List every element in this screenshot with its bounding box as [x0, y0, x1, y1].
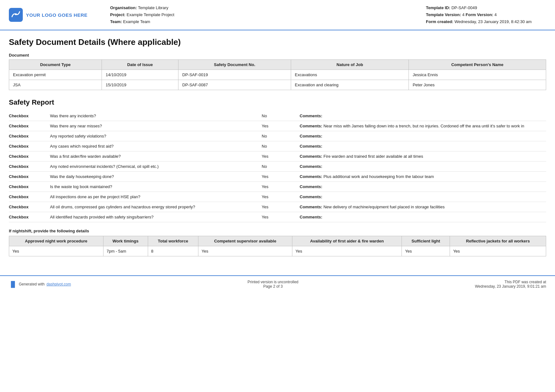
project-line: Project: Example Template Project [110, 11, 426, 18]
form-version-label: Form Version: [466, 12, 493, 17]
checkbox-question: All oil drums, compressed gas cylinders … [50, 205, 262, 209]
checkbox-row: Checkbox Any noted environmental inciden… [9, 162, 546, 172]
col-document-type: Document Type [9, 60, 102, 70]
doc-table-cell: 14/10/2019 [102, 70, 178, 80]
checkbox-answer: Yes [262, 184, 300, 189]
night-col-header: Sufficient light [402, 236, 450, 246]
checkbox-comments: Comments: [300, 134, 546, 138]
header-center: Organisation: Template Library Project: … [97, 4, 426, 25]
night-table-row: Yes7pm - 5am8YesYesYesYes [9, 246, 546, 256]
doc-table-cell: Peter Jones [409, 80, 546, 90]
checkbox-comments: Comments: New delivery of machine/equipm… [300, 205, 546, 209]
checkbox-question: Was there any near misses? [50, 124, 262, 128]
logo-icon [9, 8, 23, 22]
footer-right-date: Wednesday, 23 January 2019, 9:01:21 am [475, 284, 546, 289]
checkbox-question: Was there any incidents? [50, 113, 262, 118]
checkbox-row: Checkbox Is the waste log book maintaine… [9, 182, 546, 192]
template-version-value: 4 [462, 12, 465, 17]
bars-icon: ▐▌ [9, 281, 17, 288]
checkbox-comments: Comments: [300, 164, 546, 169]
col-competent-person: Competent Person's Name [409, 60, 546, 70]
night-col-header: Availability of first aider & fire warde… [292, 236, 402, 246]
doc-table-cell: DP-SAF-0019 [178, 70, 291, 80]
org-line: Organisation: Template Library [110, 4, 426, 11]
checkbox-row: Checkbox Was there any near misses? Yes … [9, 121, 546, 131]
safety-report-title: Safety Report [9, 98, 546, 107]
checkbox-label: Checkbox [9, 184, 50, 189]
checkbox-row: Checkbox Was a first aider/fire warden a… [9, 151, 546, 162]
doc-table-cell: Jessica Ennis [409, 70, 546, 80]
checkbox-answer: No [262, 134, 300, 138]
team-value: Example Team [123, 19, 150, 24]
checkbox-comments: Comments: Plus additional work and house… [300, 174, 546, 179]
checkbox-label: Checkbox [9, 215, 50, 219]
checkbox-answer: Yes [262, 194, 300, 199]
checkbox-section: Checkbox Was there any incidents? No Com… [9, 111, 546, 222]
template-id-line: Template ID: DP-SAF-0049 [426, 4, 546, 11]
page-title: Safety Document Details (Where applicabl… [9, 37, 546, 47]
night-col-header: Reflective jackets for all workers [450, 236, 546, 246]
night-table-cell: 8 [148, 246, 198, 256]
svg-point-1 [15, 13, 17, 15]
night-table-cell: Yes [9, 246, 103, 256]
footer: ▐▌ Generated with dashpivot.com Printed … [0, 275, 555, 292]
header: YOUR LOGO GOES HERE Organisation: Templa… [0, 0, 555, 30]
night-col-header: Competent supervisor available [198, 236, 292, 246]
nightshift-table: Approved night work procedureWork timing… [9, 236, 546, 256]
checkbox-question: Any reported safety violations? [50, 134, 262, 138]
form-created-line: Form created: Wednesday, 23 January 2019… [426, 18, 546, 25]
team-label: Team: [110, 19, 122, 24]
doc-table-cell: Excavations [291, 70, 408, 80]
checkbox-label: Checkbox [9, 194, 50, 199]
checkbox-row: Checkbox All identified hazards provided… [9, 212, 546, 222]
project-label: Project: [110, 12, 125, 17]
checkbox-question: Any noted environmental incidents? (Chem… [50, 164, 262, 169]
main-content: Safety Document Details (Where applicabl… [0, 30, 555, 272]
checkbox-comments: Comments: Near miss with James falling d… [300, 124, 546, 128]
checkbox-row: Checkbox Any cases which required first … [9, 141, 546, 151]
document-section-label: Document [9, 53, 546, 58]
form-created-label: Form created: [426, 19, 453, 24]
logo-area: YOUR LOGO GOES HERE [9, 8, 97, 22]
logo-text: YOUR LOGO GOES HERE [26, 12, 88, 18]
col-date-of-issue: Date of Issue [102, 60, 178, 70]
night-table-cell: 7pm - 5am [103, 246, 148, 256]
checkbox-comments: Comments: [300, 113, 546, 118]
checkbox-comments: Comments: Fire warden and trained first … [300, 154, 546, 159]
checkbox-row: Checkbox Was the daily housekeeping done… [9, 172, 546, 182]
doc-table-cell: DP-SAF-0087 [178, 80, 291, 90]
org-label: Organisation: [110, 5, 137, 10]
night-col-header: Approved night work procedure [9, 236, 103, 246]
checkbox-label: Checkbox [9, 124, 50, 128]
footer-right-text: This PDF was created at [475, 280, 546, 284]
checkbox-comments: Comments: [300, 194, 546, 199]
night-table-cell: Yes [450, 246, 546, 256]
checkbox-answer: Yes [262, 124, 300, 128]
dashpivot-link[interactable]: dashpivot.com [47, 282, 71, 286]
checkbox-row: Checkbox All oil drums, compressed gas c… [9, 202, 546, 212]
checkbox-label: Checkbox [9, 134, 50, 138]
doc-table-row: Excavation permit14/10/2019DP-SAF-0019Ex… [9, 70, 546, 80]
generated-text: Generated with [19, 282, 45, 286]
doc-table-header-row: Document Type Date of Issue Safety Docum… [9, 60, 546, 70]
nightshift-label: If nightshift, provide the following det… [9, 229, 546, 233]
document-table: Document Type Date of Issue Safety Docum… [9, 59, 546, 90]
checkbox-comments: Comments: [300, 215, 546, 219]
checkbox-question: All inspections done as per the project … [50, 194, 262, 199]
doc-table-cell: JSA [9, 80, 102, 90]
template-version-label: Template Version: [426, 12, 461, 17]
checkbox-row: Checkbox Any reported safety violations?… [9, 131, 546, 141]
night-table-cell: Yes [402, 246, 450, 256]
col-safety-doc-no: Safety Document No. [178, 60, 291, 70]
checkbox-label: Checkbox [9, 164, 50, 169]
project-value: Example Template Project [127, 12, 174, 17]
checkbox-answer: No [262, 144, 300, 149]
checkbox-label: Checkbox [9, 174, 50, 179]
footer-center: Printed version is uncontrolled Page 2 o… [247, 280, 298, 289]
doc-table-cell: Excavation and clearing [291, 80, 408, 90]
header-right: Template ID: DP-SAF-0049 Template Versio… [426, 4, 546, 25]
night-col-header: Total workforce [148, 236, 198, 246]
col-nature-of-job: Nature of Job [291, 60, 408, 70]
checkbox-row: Checkbox Was there any incidents? No Com… [9, 111, 546, 121]
night-table-cell: Yes [292, 246, 402, 256]
